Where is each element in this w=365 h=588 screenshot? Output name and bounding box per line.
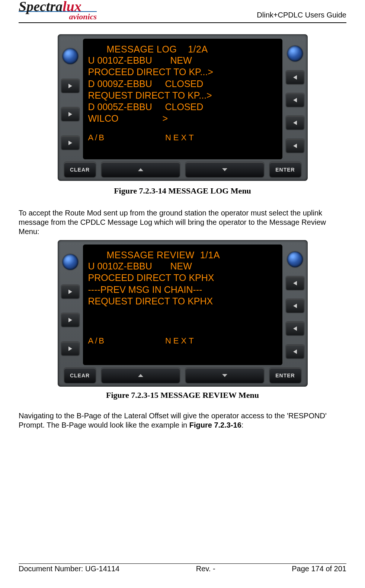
screen1-line-4: REQUEST DIRECT TO KP...>: [88, 90, 277, 101]
screen1-line-3: D 0009Z-EBBU CLOSED: [88, 78, 277, 90]
down-button[interactable]: [186, 162, 264, 177]
up-button[interactable]: [102, 162, 180, 177]
svg-marker-11: [68, 346, 72, 351]
lsk-l1[interactable]: [61, 79, 79, 93]
screen2-foot-next: NEXT: [165, 336, 196, 346]
mcdu-screen-2: MESSAGE REVIEW 1/1A U 0010Z-EBBU NEW PRO…: [83, 245, 282, 365]
screen1-foot-next: NEXT: [165, 133, 196, 143]
screen2-line-1: U 0010Z-EBBU NEW: [88, 261, 277, 272]
brightness-knob-right[interactable]: [287, 46, 303, 61]
lsk-l3[interactable]: [61, 136, 79, 150]
lsk-r4[interactable]: [286, 139, 304, 153]
left-keys-2: [60, 243, 81, 367]
svg-marker-12: [293, 281, 297, 285]
brightness-knob-left-2[interactable]: [63, 254, 78, 270]
svg-marker-17: [222, 374, 227, 377]
figure1-caption: Figure 7.2.3-14 MESSAGE LOG Menu: [19, 186, 346, 196]
doc-title: Dlink+CPDLC Users Guide: [257, 11, 346, 22]
screen2-line-3: ----PREV MSG IN CHAIN---: [88, 284, 277, 295]
mcdu-screen-1: MESSAGE LOG 1/2A U 0010Z-EBBU NEW PROCEE…: [83, 39, 282, 159]
screen1-page: 1/2A: [188, 44, 208, 54]
brightness-knob-left[interactable]: [63, 48, 78, 64]
lsk2-r2[interactable]: [286, 299, 304, 313]
svg-marker-3: [293, 75, 297, 80]
enter-button[interactable]: ENTER: [270, 162, 301, 177]
screen1-line-1: U 0010Z-EBBU NEW: [88, 55, 277, 66]
right-keys-2: [285, 243, 305, 367]
paragraph-1: To accept the Route Mod sent up from the…: [19, 208, 346, 236]
lsk2-l3[interactable]: [61, 342, 79, 355]
screen1-line-6: WILCO >: [88, 113, 277, 124]
lsk2-r3[interactable]: [286, 322, 304, 335]
svg-marker-7: [138, 168, 143, 171]
lsk2-r1[interactable]: [286, 277, 304, 290]
up-button-2[interactable]: [102, 368, 180, 383]
svg-marker-16: [138, 374, 143, 377]
lsk2-l1[interactable]: [61, 285, 79, 298]
lsk-l2[interactable]: [61, 108, 79, 121]
screen1-line-2: PROCEED DIRECT TO KP...>: [88, 66, 277, 78]
para2-part-a: Navigating to the B-Page of the Lateral …: [19, 412, 327, 429]
svg-marker-10: [68, 318, 72, 322]
down-button-2[interactable]: [186, 368, 264, 383]
right-keys: [285, 37, 305, 161]
svg-marker-8: [222, 168, 227, 171]
paragraph-2: Navigating to the B-Page of the Lateral …: [19, 411, 346, 430]
svg-marker-4: [293, 98, 297, 102]
screen2-line-4: REQUEST DIRECT TO KPHX: [88, 295, 277, 307]
screen1-foot-ab: A/B: [88, 133, 106, 143]
brightness-knob-right-2[interactable]: [287, 252, 303, 267]
page-header: Spectralux avionics Dlink+CPDLC Users Gu…: [19, 0, 346, 23]
left-keys: [60, 37, 81, 161]
footer-rev: Rev. -: [196, 565, 215, 573]
figure2-caption: Figure 7.2.3-15 MESSAGE REVIEW Menu: [19, 390, 346, 400]
screen2-line-2: PROCEED DIRECT TO KPHX: [88, 272, 277, 284]
screen1-title: MESSAGE LOG: [107, 44, 177, 54]
svg-marker-14: [293, 326, 297, 331]
mcdu-figure-2: MESSAGE REVIEW 1/1A U 0010Z-EBBU NEW PRO…: [58, 240, 308, 387]
screen2-page: 1/1A: [200, 250, 220, 260]
logo: Spectralux avionics: [19, 0, 97, 22]
svg-marker-13: [293, 304, 297, 308]
svg-marker-6: [293, 144, 297, 148]
lsk2-r4[interactable]: [286, 345, 304, 358]
mcdu-figure-1: MESSAGE LOG 1/2A U 0010Z-EBBU NEW PROCEE…: [58, 34, 308, 181]
footer-docnum: Document Number: UG-14114: [19, 565, 119, 573]
clear-button[interactable]: CLEAR: [64, 162, 96, 177]
screen1-line-5: D 0005Z-EBBU CLOSED: [88, 101, 277, 113]
clear-button-2[interactable]: CLEAR: [64, 368, 96, 383]
svg-marker-5: [293, 121, 297, 125]
para2-part-c: :: [241, 421, 244, 429]
screen2-foot-ab: A/B: [88, 336, 106, 346]
svg-marker-15: [293, 349, 297, 354]
logo-text-a: Spectra: [19, 0, 63, 14]
enter-button-2[interactable]: ENTER: [270, 368, 301, 383]
screen2-title: MESSAGE REVIEW: [107, 250, 195, 260]
footer-page: Page 174 of 201: [292, 565, 346, 573]
svg-marker-9: [68, 290, 72, 294]
lsk-r1[interactable]: [286, 71, 304, 84]
svg-marker-0: [68, 84, 72, 88]
lsk-r3[interactable]: [286, 116, 304, 130]
para2-figref: Figure 7.2.3-16: [189, 421, 241, 429]
svg-marker-1: [68, 112, 72, 116]
lsk-r2[interactable]: [286, 93, 304, 107]
svg-marker-2: [68, 141, 72, 145]
page-footer: Document Number: UG-14114 Rev. - Page 17…: [19, 563, 346, 573]
lsk2-l2[interactable]: [61, 313, 79, 327]
